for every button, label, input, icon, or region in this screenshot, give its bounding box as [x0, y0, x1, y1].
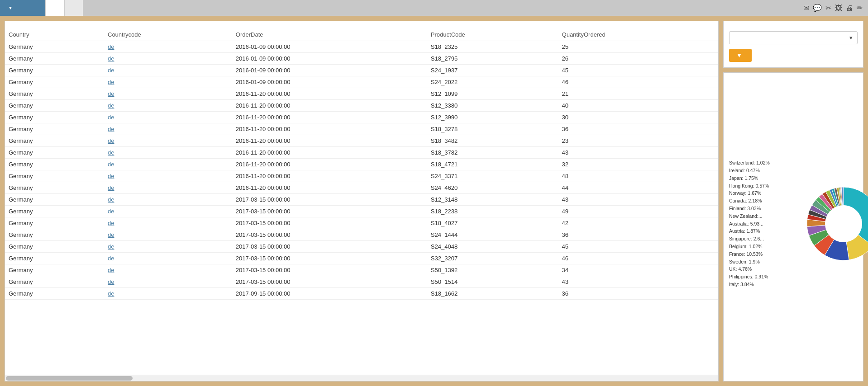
table-cell[interactable]: de: [104, 135, 232, 147]
table-cell[interactable]: de: [104, 241, 232, 253]
table-cell[interactable]: de: [104, 182, 232, 194]
legend-item: Austria: 1.87%: [729, 227, 799, 235]
table-cell: 36: [558, 123, 718, 135]
main-content: Country Countrycode OrderDate ProductCod…: [0, 16, 868, 386]
table-cell: S24_1444: [427, 229, 558, 241]
tab-another[interactable]: [64, 0, 83, 16]
pencil-icon[interactable]: ✏: [857, 4, 863, 12]
table-cell: 49: [558, 206, 718, 217]
table-cell: 2016-01-09 00:00:00: [232, 41, 427, 53]
table-cell: Germany: [5, 253, 104, 264]
col-productcode: ProductCode: [427, 28, 558, 41]
table-cell: 46: [558, 76, 718, 88]
table-cell[interactable]: de: [104, 170, 232, 182]
table-cell: 21: [558, 88, 718, 100]
table-cell: S12_3148: [427, 194, 558, 206]
table-row: Germanyde2017-09-15 00:00:00S18_166236: [5, 288, 718, 300]
filter-chevron-icon: ▾: [849, 34, 853, 41]
table-row: Germanyde2016-11-20 00:00:00S24_337148: [5, 170, 718, 182]
legend-item: UK: 4.76%: [729, 265, 799, 273]
table-row: Germanyde2016-11-20 00:00:00S12_338040: [5, 100, 718, 112]
table-cell: Germany: [5, 147, 104, 159]
table-cell: Germany: [5, 88, 104, 100]
table-cell[interactable]: de: [104, 76, 232, 88]
envelope-icon[interactable]: ✉: [803, 4, 809, 12]
table-cell: 2016-11-20 00:00:00: [232, 147, 427, 159]
table-cell: 48: [558, 170, 718, 182]
table-cell[interactable]: de: [104, 194, 232, 206]
legend-item: Sweden: 1.9%: [729, 258, 799, 266]
layer1-chevron-icon: ▼: [8, 5, 13, 10]
table-cell: 43: [558, 194, 718, 206]
table-cell: 2016-01-09 00:00:00: [232, 65, 427, 76]
filter-button[interactable]: ▼: [729, 49, 752, 62]
table-cell[interactable]: de: [104, 123, 232, 135]
chart-widget: Switzerland: 1.02%Ireland: 0.47%Japan: 1…: [723, 72, 863, 381]
scissors-icon[interactable]: ✂: [825, 4, 831, 12]
table-cell: S12_1099: [427, 88, 558, 100]
comment-icon[interactable]: 💬: [813, 4, 822, 12]
table-cell: Germany: [5, 112, 104, 123]
table-cell[interactable]: de: [104, 100, 232, 112]
table-cell[interactable]: de: [104, 217, 232, 229]
donut-chart-container: [803, 183, 868, 264]
table-cell: Germany: [5, 288, 104, 300]
data-panel: Country Countrycode OrderDate ProductCod…: [5, 21, 719, 381]
table-cell: 45: [558, 65, 718, 76]
table-row: Germanyde2016-11-20 00:00:00S18_472132: [5, 159, 718, 170]
chart-legend-left: Switzerland: 1.02%Ireland: 0.47%Japan: 1…: [729, 159, 799, 288]
table-cell: S12_3380: [427, 100, 558, 112]
table-cell[interactable]: de: [104, 88, 232, 100]
table-cell: Germany: [5, 194, 104, 206]
table-cell[interactable]: de: [104, 147, 232, 159]
table-cell[interactable]: de: [104, 41, 232, 53]
tab-layer1[interactable]: ▼: [0, 0, 45, 16]
table-row: Germanyde2016-11-20 00:00:00S18_327836: [5, 123, 718, 135]
table-header-row: Country Countrycode OrderDate ProductCod…: [5, 28, 718, 41]
table-cell[interactable]: de: [104, 206, 232, 217]
table-cell[interactable]: de: [104, 229, 232, 241]
tab-tab1[interactable]: [45, 0, 64, 16]
donut-segment: [844, 187, 868, 246]
printer-icon[interactable]: 🖨: [846, 4, 853, 12]
table-cell: Germany: [5, 100, 104, 112]
table-cell: 2016-11-20 00:00:00: [232, 159, 427, 170]
table-cell: S18_4027: [427, 217, 558, 229]
table-cell: 25: [558, 41, 718, 53]
filter-select[interactable]: ▾: [729, 31, 858, 44]
legend-item: Singapore: 2.6...: [729, 235, 799, 243]
table-row: Germanyde2016-11-20 00:00:00S18_378243: [5, 147, 718, 159]
table-cell: Germany: [5, 170, 104, 182]
table-cell[interactable]: de: [104, 159, 232, 170]
table-cell: Germany: [5, 135, 104, 147]
table-row: Germanyde2016-11-20 00:00:00S12_399030: [5, 112, 718, 123]
table-cell: 2016-01-09 00:00:00: [232, 53, 427, 65]
chart-area: Switzerland: 1.02%Ireland: 0.47%Japan: 1…: [729, 82, 858, 366]
table-cell[interactable]: de: [104, 253, 232, 264]
table-cell[interactable]: de: [104, 288, 232, 300]
col-quantityordered: QuantityOrdered: [558, 28, 718, 41]
table-cell[interactable]: de: [104, 112, 232, 123]
table-cell: S32_3207: [427, 253, 558, 264]
table-cell: S50_1392: [427, 264, 558, 276]
table-cell: S18_1662: [427, 288, 558, 300]
table-scrollbar[interactable]: [5, 375, 718, 381]
table-cell: Germany: [5, 53, 104, 65]
table-cell: 2016-01-09 00:00:00: [232, 76, 427, 88]
table-cell: Germany: [5, 264, 104, 276]
image-icon[interactable]: 🖼: [835, 4, 842, 12]
table-row: Germanyde2017-03-15 00:00:00S24_404845: [5, 241, 718, 253]
table-cell: Germany: [5, 159, 104, 170]
legend-item: Canada: 2.18%: [729, 197, 799, 205]
table-cell: S24_2022: [427, 76, 558, 88]
table-wrapper[interactable]: Country Countrycode OrderDate ProductCod…: [5, 28, 718, 375]
table-cell: 46: [558, 253, 718, 264]
table-cell[interactable]: de: [104, 264, 232, 276]
table-cell: 34: [558, 264, 718, 276]
table-cell[interactable]: de: [104, 276, 232, 288]
table-row: Germanyde2017-03-15 00:00:00S50_139234: [5, 264, 718, 276]
table-cell: 2016-11-20 00:00:00: [232, 182, 427, 194]
table-cell[interactable]: de: [104, 53, 232, 65]
table-row: Germanyde2016-11-20 00:00:00S18_348223: [5, 135, 718, 147]
table-cell[interactable]: de: [104, 65, 232, 76]
